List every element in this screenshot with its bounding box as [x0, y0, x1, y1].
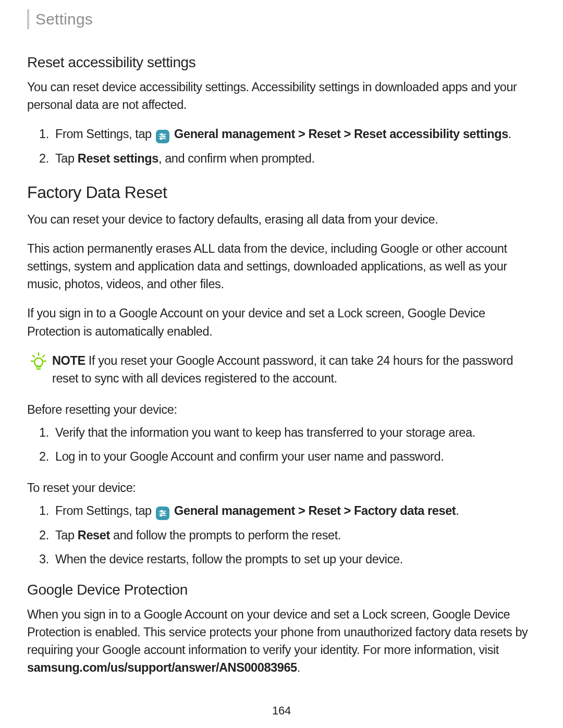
svg-point-1 [161, 134, 162, 135]
svg-line-12 [33, 355, 34, 357]
fdr-r2: Tap Reset and follow the prompts to perf… [52, 526, 538, 544]
heading-reset-accessibility: Reset accessibility settings [27, 54, 538, 71]
fdr-reset-steps: From Settings, tap General management > … [27, 502, 538, 568]
r2-pre: Tap [55, 528, 78, 542]
note-callout: NOTE If you reset your Google Account pa… [27, 352, 538, 387]
r1-bold: General management > Reset > Factory dat… [174, 504, 456, 517]
gdp-text: When you sign in to a Google Account on … [27, 606, 538, 676]
document-page: Settings Reset accessibility settings Yo… [0, 0, 563, 728]
ras-step-2: Tap Reset settings, and confirm when pro… [52, 150, 538, 167]
samsung-support-link[interactable]: samsung.com/us/support/answer/ANS0008396… [27, 661, 297, 674]
lightbulb-icon [27, 350, 50, 373]
fdr-p1: You can reset your device to factory def… [27, 211, 538, 228]
fdr-r3: When the device restarts, follow the pro… [52, 550, 538, 568]
fdr-r1: From Settings, tap General management > … [52, 502, 538, 520]
note-body: If you reset your Google Account passwor… [52, 354, 513, 385]
ras1-pre: From Settings, tap [55, 127, 155, 141]
svg-line-13 [43, 355, 44, 357]
breadcrumb-bar [27, 9, 29, 29]
gdp-post: . [297, 661, 300, 674]
general-management-icon [156, 507, 169, 520]
fdr-p3: If you sign in to a Google Account on yo… [27, 304, 538, 340]
ras2-bold: Reset settings [78, 152, 158, 165]
ras1-post: . [508, 127, 511, 141]
svg-point-19 [160, 514, 162, 516]
ras1-bold: General management > Reset > Reset acces… [174, 127, 508, 141]
r2-bold: Reset [78, 528, 110, 542]
ras-steps: From Settings, tap General management > … [27, 125, 538, 167]
general-management-icon [156, 130, 169, 143]
breadcrumb-text: Settings [35, 10, 93, 28]
note-label: NOTE [52, 354, 85, 367]
r1-post: . [456, 504, 459, 517]
breadcrumb: Settings [27, 9, 538, 29]
svg-point-6 [34, 358, 43, 366]
fdr-p2: This action permanently erases ALL data … [27, 240, 538, 293]
svg-point-3 [163, 136, 164, 138]
ras2-post: , and confirm when prompted. [158, 152, 315, 165]
fdr-before-steps: Verify that the information you want to … [27, 424, 538, 465]
heading-factory-data-reset: Factory Data Reset [27, 183, 538, 202]
fdr-b2: Log in to your Google Account and confir… [52, 448, 538, 465]
svg-point-17 [163, 512, 164, 514]
ras-step-1: From Settings, tap General management > … [52, 125, 538, 143]
r2-post: and follow the prompts to perform the re… [110, 528, 341, 542]
page-number: 164 [0, 704, 563, 718]
heading-google-device-protection: Google Device Protection [27, 582, 538, 598]
note-text: NOTE If you reset your Google Account pa… [52, 352, 538, 387]
fdr-b1: Verify that the information you want to … [52, 424, 538, 441]
ras-intro: You can reset device accessibility setti… [27, 78, 538, 114]
svg-point-15 [161, 510, 162, 512]
ras2-pre: Tap [55, 152, 78, 165]
fdr-to-reset: To reset your device: [27, 479, 538, 497]
svg-point-5 [160, 138, 162, 140]
fdr-before: Before resetting your device: [27, 401, 538, 418]
r1-pre: From Settings, tap [55, 504, 155, 517]
gdp-pre: When you sign in to a Google Account on … [27, 608, 528, 657]
